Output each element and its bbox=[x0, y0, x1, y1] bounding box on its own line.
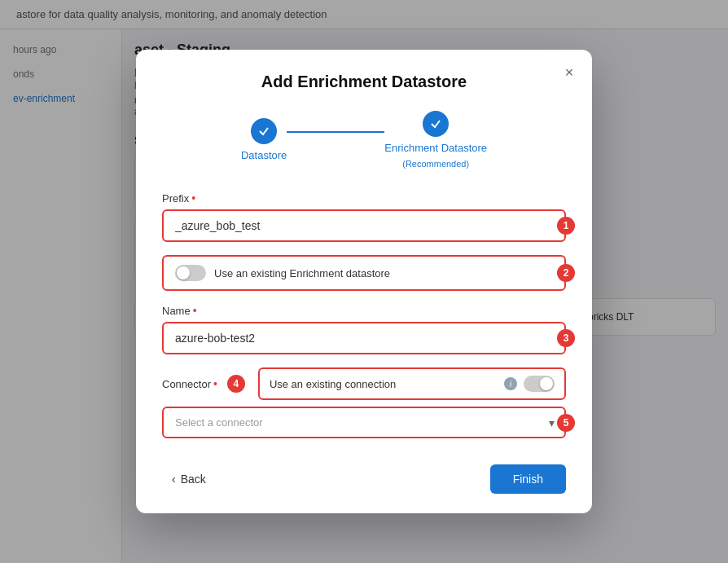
step-datastore: Datastore bbox=[241, 118, 287, 161]
connector-badge: 4 bbox=[227, 375, 245, 393]
prefix-input[interactable] bbox=[162, 209, 566, 242]
modal-footer: ‹ Back Finish bbox=[162, 455, 566, 494]
name-label: Name • bbox=[162, 304, 566, 317]
connector-section: Connector • 4 Use an existing connection… bbox=[162, 367, 566, 400]
step-connector bbox=[287, 131, 384, 133]
select-badge: 5 bbox=[557, 414, 575, 432]
prefix-label: Prefix • bbox=[162, 191, 566, 205]
name-badge: 3 bbox=[557, 329, 575, 347]
use-existing-thumb bbox=[540, 377, 553, 390]
back-button[interactable]: ‹ Back bbox=[162, 466, 216, 492]
step-circle-2 bbox=[423, 111, 449, 137]
toggle-track bbox=[175, 265, 206, 281]
use-existing-box: Use an existing connection i bbox=[258, 367, 566, 400]
toggle-section: Use an existing Enrichment datastore 2 bbox=[162, 255, 566, 291]
step-label-2-sub: (Recommended) bbox=[402, 159, 469, 169]
close-button[interactable]: × bbox=[559, 63, 579, 82]
prefix-section: Prefix • 1 bbox=[162, 191, 566, 242]
back-label: Back bbox=[181, 473, 206, 486]
prefix-input-wrapper: 1 bbox=[162, 209, 566, 242]
prefix-required: • bbox=[191, 191, 195, 205]
name-section: Name • 3 bbox=[162, 304, 566, 354]
back-chevron-icon: ‹ bbox=[172, 473, 176, 486]
name-required: • bbox=[193, 304, 197, 317]
prefix-badge: 1 bbox=[557, 217, 575, 235]
toggle-row: Use an existing Enrichment datastore bbox=[162, 255, 566, 291]
select-wrapper-outer: Select a connector ▾ 5 bbox=[162, 407, 566, 438]
modal-dialog: × Add Enrichment Datastore Datastore Enr… bbox=[136, 50, 592, 513]
connector-select[interactable]: Select a connector bbox=[164, 408, 564, 437]
connector-select-wrapper: Select a connector ▾ bbox=[162, 407, 566, 438]
name-input-wrapper: 3 bbox=[162, 322, 566, 354]
toggle-label: Use an existing Enrichment datastore bbox=[214, 267, 390, 279]
toggle-thumb bbox=[177, 266, 190, 279]
step-enrichment: Enrichment Datastore (Recommended) bbox=[384, 111, 487, 169]
finish-label: Finish bbox=[513, 473, 543, 486]
use-existing-toggle[interactable] bbox=[524, 376, 555, 392]
step-circle-1 bbox=[251, 118, 277, 144]
use-existing-label: Use an existing connection bbox=[270, 378, 498, 390]
connector-label: Connector • bbox=[162, 377, 217, 390]
connector-required: • bbox=[213, 377, 217, 390]
use-existing-track bbox=[524, 376, 555, 392]
modal-overlay: × Add Enrichment Datastore Datastore Enr… bbox=[0, 0, 728, 563]
info-icon: i bbox=[504, 377, 517, 390]
step-label-2: Enrichment Datastore bbox=[384, 142, 487, 154]
stepper: Datastore Enrichment Datastore (Recommen… bbox=[162, 111, 566, 169]
toggle-badge: 2 bbox=[557, 264, 575, 282]
finish-button[interactable]: Finish bbox=[490, 464, 566, 494]
enrichment-toggle[interactable] bbox=[175, 265, 206, 281]
name-input[interactable] bbox=[162, 322, 566, 354]
modal-title: Add Enrichment Datastore bbox=[162, 73, 566, 91]
step-label-1: Datastore bbox=[241, 149, 287, 161]
